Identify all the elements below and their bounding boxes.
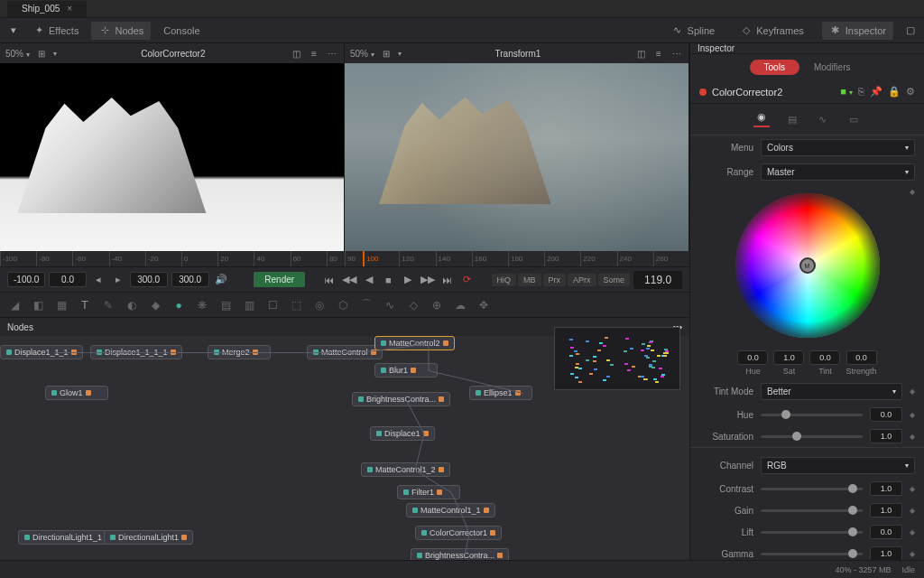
node[interactable]: MatteControl1_2 xyxy=(361,462,450,477)
tool-icon[interactable]: ◎ xyxy=(312,298,327,312)
step-forward-icon[interactable]: ▶▶ xyxy=(420,272,436,288)
timeline-ruler[interactable]: -100-80-60-40-20020406080901001201401601… xyxy=(0,251,689,267)
view-options-icon[interactable]: ≡ xyxy=(652,47,665,60)
nodes-button[interactable]: ⊹ Nodes xyxy=(91,22,151,40)
fit-icon[interactable]: ⊞ xyxy=(380,47,393,60)
viewer-canvas-right[interactable] xyxy=(345,63,688,251)
range-select[interactable]: Master▾ xyxy=(761,163,915,181)
nodes-panel[interactable]: Nodes ••• Displace1_1_1Displace1_1_1_1Me… xyxy=(0,318,689,560)
first-frame-icon[interactable]: ⏮ xyxy=(321,272,337,288)
tool-icon[interactable]: ◆ xyxy=(148,298,162,312)
range-out-field[interactable] xyxy=(171,272,209,287)
tool-icon[interactable]: ∿ xyxy=(383,298,397,312)
tool-icon[interactable]: ⬚ xyxy=(289,298,303,312)
mb-button[interactable]: MB xyxy=(518,274,541,286)
saturation-slider[interactable] xyxy=(761,435,863,438)
node[interactable]: Glow1 xyxy=(45,386,108,400)
dropdown-icon[interactable]: ▾ xyxy=(7,24,20,37)
next-key-icon[interactable]: ▸ xyxy=(110,272,126,288)
tool-icon[interactable]: ● xyxy=(171,298,186,312)
color-wheel[interactable] xyxy=(735,193,880,338)
keyframe-diamond-icon[interactable]: ◆ xyxy=(910,528,915,536)
enable-dot-icon[interactable] xyxy=(699,89,707,96)
chevron-down-icon[interactable]: ▾ xyxy=(398,50,402,58)
last-frame-icon[interactable]: ⏭ xyxy=(439,272,456,288)
keyframe-diamond-icon[interactable]: ◆ xyxy=(910,387,915,396)
text-tool-icon[interactable]: T xyxy=(78,298,92,312)
aprx-button[interactable]: APrx xyxy=(568,274,596,286)
menu-select[interactable]: Colors▾ xyxy=(761,139,915,156)
tool-icon[interactable]: ◇ xyxy=(406,298,420,312)
more-icon[interactable]: ⋯ xyxy=(670,47,683,60)
keyframe-diamond-icon[interactable]: ◆ xyxy=(910,507,915,515)
tool-icon[interactable]: ⬡ xyxy=(336,298,350,312)
play-icon[interactable]: ▶ xyxy=(400,272,416,288)
tool-icon[interactable]: ◢ xyxy=(7,298,22,312)
keyframes-button[interactable]: ◇ Keyframes xyxy=(733,22,811,40)
zoom-select[interactable]: 50% ▾ xyxy=(350,49,374,59)
stop-icon[interactable]: ■ xyxy=(380,272,396,288)
current-frame[interactable]: 119.0 xyxy=(633,271,682,289)
tool-icon[interactable]: ▥ xyxy=(242,298,256,312)
tab-modifiers[interactable]: Modifiers xyxy=(799,60,865,75)
hiq-button[interactable]: HiQ xyxy=(492,274,517,286)
channel-select[interactable]: RGB▾ xyxy=(761,457,915,474)
node[interactable]: BrightnessContra... xyxy=(352,392,450,406)
prx-button[interactable]: Prx xyxy=(543,274,567,286)
range-start-field[interactable] xyxy=(7,272,45,287)
tool-icon[interactable]: ▦ xyxy=(54,298,69,312)
tint-mode-select[interactable]: Better▾ xyxy=(761,383,902,400)
tool-icon[interactable]: ⌒ xyxy=(359,298,374,312)
lock-icon[interactable]: 🔒 xyxy=(888,86,901,98)
keyframe-diamond-icon[interactable]: ◆ xyxy=(910,550,915,558)
tint-field[interactable]: 0.0 xyxy=(809,350,840,365)
color-swatch-icon[interactable]: ■ ▾ xyxy=(840,86,853,98)
audio-icon[interactable]: 🔊 xyxy=(213,272,229,288)
document-tab[interactable]: Ship_005 × xyxy=(7,1,87,17)
playhead[interactable] xyxy=(363,251,366,266)
monitor-icon[interactable]: ▢ xyxy=(904,24,917,37)
viewer-canvas-left[interactable] xyxy=(0,63,344,251)
keyframe-diamond-icon[interactable]: ◆ xyxy=(910,485,915,493)
close-icon[interactable]: × xyxy=(67,4,72,14)
inspector-button[interactable]: ✱ Inspector xyxy=(822,22,893,40)
minimap[interactable] xyxy=(554,327,680,390)
node[interactable]: DirectionalLight1_1 xyxy=(18,530,116,545)
console-button[interactable]: Console xyxy=(156,23,207,39)
tool-icon[interactable]: ⊕ xyxy=(430,298,444,312)
a-b-icon[interactable]: ◫ xyxy=(290,47,302,60)
tab-tools[interactable]: Tools xyxy=(750,60,799,75)
tool-icon[interactable]: ◧ xyxy=(31,298,45,312)
step-back-icon[interactable]: ◀◀ xyxy=(341,272,357,288)
contrast-slider[interactable] xyxy=(761,488,863,490)
curves-tab-icon[interactable]: ∿ xyxy=(815,111,831,127)
node[interactable]: DirectionalLight1 xyxy=(104,530,193,545)
lift-slider[interactable] xyxy=(761,531,863,534)
hue-slider[interactable] xyxy=(761,414,863,416)
saturation-value[interactable]: 1.0 xyxy=(870,429,902,443)
hue-field[interactable]: 0.0 xyxy=(737,350,768,365)
keyframe-diamond-icon[interactable]: ◆ xyxy=(910,411,915,419)
view-options-icon[interactable]: ≡ xyxy=(308,47,320,60)
gain-slider[interactable] xyxy=(761,509,863,512)
zoom-select[interactable]: 50% ▾ xyxy=(5,49,30,59)
tool-icon[interactable]: ◐ xyxy=(125,298,139,312)
keyframe-diamond-icon[interactable]: ◆ xyxy=(910,188,915,196)
color-tab-icon[interactable]: ◉ xyxy=(753,111,770,127)
position-field[interactable] xyxy=(49,272,87,287)
tool-icon[interactable]: ✥ xyxy=(476,298,491,312)
tool-icon[interactable]: ☐ xyxy=(265,298,280,312)
settings-icon[interactable]: ⚙ xyxy=(906,86,915,98)
node[interactable]: ColorCorrector1 xyxy=(415,526,502,540)
pin-icon[interactable]: 📌 xyxy=(870,86,882,98)
tool-icon[interactable]: ❋ xyxy=(195,298,209,312)
tool-icon[interactable]: ▤ xyxy=(218,298,233,312)
tool-icon[interactable]: ☁ xyxy=(453,298,467,312)
spline-button[interactable]: ∿ Spline xyxy=(664,22,723,40)
hue-value[interactable]: 0.0 xyxy=(870,407,902,422)
node[interactable]: MatteControl1_1 xyxy=(406,503,495,517)
versions-icon[interactable]: ⎘ xyxy=(858,86,864,98)
levels-tab-icon[interactable]: ▤ xyxy=(784,111,800,127)
a-b-icon[interactable]: ◫ xyxy=(634,47,647,60)
effects-button[interactable]: ✦ Effects xyxy=(25,22,86,40)
